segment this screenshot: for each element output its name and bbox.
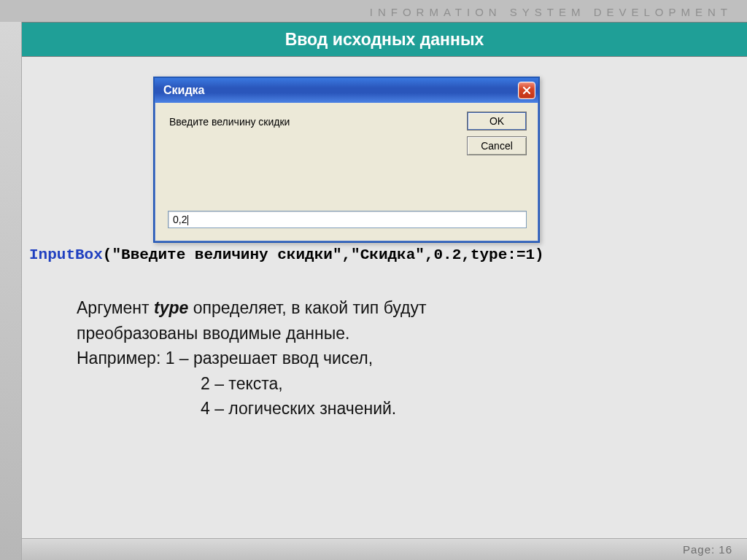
text-caret [187, 215, 188, 225]
code-args: ("Введите величину скидки","Скидка",0.2,… [103, 246, 544, 263]
dialog-prompt: Введите величину скидки [169, 116, 290, 128]
code-line: InputBox("Введите величину скидки","Скид… [29, 246, 544, 263]
exp-arg: type [154, 298, 188, 317]
slide-title: Ввод исходных данных [22, 22, 747, 57]
dialog-input-value: 0,2 [173, 214, 187, 225]
dialog-body: Введите величину скидки OK Cancel 0,2 [155, 103, 538, 241]
explanation-text: Аргумент type определяет, в какой тип бу… [77, 295, 711, 421]
exp-p5: 4 – логических значений. [77, 396, 711, 421]
code-keyword: InputBox [29, 246, 103, 263]
footer-bar: Page: 16 [22, 538, 747, 560]
close-icon[interactable] [518, 82, 535, 99]
exp-p1b: определяет, в какой тип будут [188, 298, 426, 317]
left-decor-bar [0, 22, 22, 560]
exp-p2: преобразованы вводимые данные. [77, 321, 711, 346]
header-tagline: INFORMATION SYSTEM DEVELOPMENT [370, 6, 732, 18]
page-label: Page: [683, 543, 715, 556]
inputbox-dialog: Скидка Введите величину скидки OK Cancel… [153, 77, 540, 243]
dialog-input[interactable]: 0,2 [168, 211, 527, 228]
ok-button[interactable]: OK [467, 112, 527, 131]
exp-p3: Например: 1 – разрешает ввод чисел, [77, 346, 711, 371]
dialog-title-text: Скидка [163, 84, 204, 97]
dialog-titlebar[interactable]: Скидка [155, 78, 538, 103]
cancel-button[interactable]: Cancel [467, 136, 527, 155]
exp-p4: 2 – текста, [77, 371, 711, 397]
exp-p1a: Аргумент [77, 298, 154, 317]
page-number: 16 [719, 543, 732, 556]
